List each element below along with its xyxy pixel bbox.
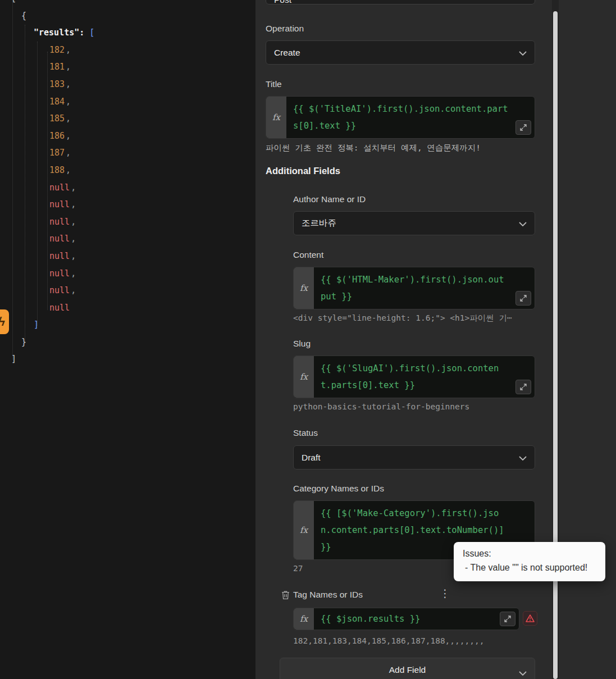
author-select-value: 조르바쥬: [302, 217, 336, 229]
json-line: 187,: [0, 144, 94, 162]
warning-icon[interactable]: [523, 611, 537, 626]
tag-result-preview: 182,181,183,184,185,186,187,188,,,,,,,,: [293, 636, 484, 645]
title-label: Title: [266, 79, 282, 89]
json-tree: [ { "results":[ 182, 181, 183, 184, 185,…: [0, 0, 94, 368]
operation-label: Operation: [266, 24, 304, 34]
fx-icon: fx: [294, 267, 314, 309]
fx-icon: fx: [294, 501, 314, 559]
json-line: ]: [0, 350, 94, 368]
slug-expression-field[interactable]: fx {{ $('SlugAI').first().json.content.p…: [293, 356, 535, 398]
operation-select[interactable]: Create: [266, 40, 535, 65]
chevron-down-icon: [519, 218, 527, 229]
expand-expression-icon[interactable]: [515, 291, 531, 306]
tag-label: Tag Names or IDs: [293, 590, 363, 600]
json-line: null,: [0, 213, 94, 231]
json-line: 184,: [0, 93, 94, 111]
category-result-preview: 27: [293, 564, 303, 573]
json-line: {: [0, 7, 94, 25]
slug-label: Slug: [293, 339, 311, 349]
tag-expression-field[interactable]: fx {{ $json.results }}: [293, 608, 519, 630]
author-label: Author Name or ID: [293, 194, 366, 204]
content-result-preview: <div style="line-height: 1.6;"> <h1>파이썬 …: [293, 313, 512, 323]
lightning-bolt-icon: ϟ: [0, 309, 9, 334]
issues-tooltip: Issues: - The value "" is not supported!: [454, 542, 605, 581]
json-line: null,: [0, 248, 94, 265]
json-line: null: [0, 299, 94, 317]
status-select-value: Draft: [302, 453, 321, 463]
content-expression-field[interactable]: fx {{ $('HTML-Maker').first().json.outpu…: [293, 267, 535, 309]
json-line: [: [0, 0, 94, 7]
json-line: 185,: [0, 110, 94, 127]
json-line: 182,: [0, 42, 94, 59]
title-result-preview: 파이썬 기초 완전 정복: 설치부터 예제, 연습문제까지!: [266, 143, 481, 153]
expand-expression-icon[interactable]: [515, 380, 531, 394]
json-line: "results":[: [0, 24, 94, 42]
json-line: 186,: [0, 127, 94, 145]
expand-expression-icon[interactable]: [515, 120, 531, 135]
json-line: 181,: [0, 58, 94, 76]
operation-select-value: Create: [274, 48, 300, 58]
json-line: 188,: [0, 162, 94, 179]
json-line: ]: [0, 316, 94, 334]
title-expression-code[interactable]: {{ $('TitleAI').first().json.content.par…: [286, 97, 535, 138]
fx-icon: fx: [266, 97, 286, 138]
add-field-button-label: Add Field: [389, 665, 426, 675]
json-output-panel: [ { "results":[ 182, 181, 183, 184, 185,…: [0, 0, 255, 679]
issues-tooltip-title: Issues:: [463, 549, 596, 559]
status-label: Status: [293, 428, 318, 438]
fx-icon: fx: [294, 608, 314, 630]
title-expression-field[interactable]: fx {{ $('TitleAI').first().json.content.…: [266, 96, 535, 139]
chevron-down-icon: [519, 453, 527, 463]
issues-tooltip-message: - The value "" is not supported!: [463, 560, 596, 575]
tag-expression-code[interactable]: {{ $json.results }}: [314, 608, 519, 630]
resource-select[interactable]: Post: [266, 0, 535, 4]
category-label: Category Names or IDs: [293, 484, 384, 494]
json-line: }: [0, 334, 94, 351]
json-line: 183,: [0, 76, 94, 93]
chevron-down-icon: [519, 48, 527, 58]
fx-icon: fx: [294, 356, 314, 398]
resource-select-value: Post: [274, 0, 291, 4]
json-line: null,: [0, 230, 94, 248]
content-label: Content: [293, 250, 323, 260]
add-field-button[interactable]: Add Field: [280, 658, 535, 679]
author-select[interactable]: 조르바쥬: [293, 211, 535, 235]
delete-field-icon[interactable]: [281, 590, 290, 600]
json-line: null,: [0, 282, 94, 299]
json-line: null,: [0, 179, 94, 197]
expand-expression-icon[interactable]: [500, 612, 515, 626]
json-line: null,: [0, 196, 94, 213]
slug-result-preview: python-basics-tutorial-for-beginners: [293, 402, 469, 411]
node-parameters-panel: Post Operation Create Title fx {{ $('Tit…: [255, 0, 616, 679]
chevron-down-icon: [519, 668, 527, 678]
content-expression-code[interactable]: {{ $('HTML-Maker').first().json.output }…: [314, 267, 535, 309]
json-line: null,: [0, 265, 94, 282]
additional-fields-heading: Additional Fields: [266, 166, 340, 176]
n8n-node-detail-view: [ { "results":[ 182, 181, 183, 184, 185,…: [0, 0, 616, 679]
field-options-menu-icon[interactable]: ⋮: [440, 587, 450, 600]
status-select[interactable]: Draft: [293, 445, 535, 470]
slug-expression-code[interactable]: {{ $('SlugAI').first().json.content.part…: [314, 356, 535, 398]
